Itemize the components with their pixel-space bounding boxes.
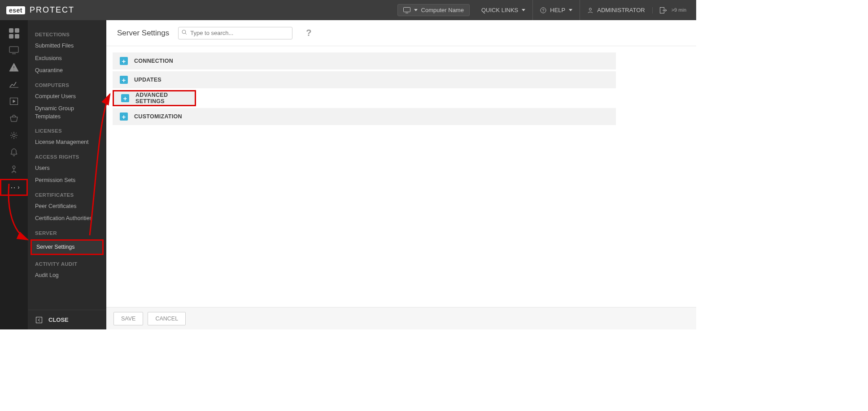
heading-access: ACCESS RIGHTS — [28, 149, 106, 162]
dashboard-icon — [9, 28, 19, 39]
heading-detections: DETECTIONS — [28, 26, 106, 40]
section-label: CONNECTION — [134, 58, 173, 64]
sidebar-item-license-mgmt[interactable]: License Management — [28, 136, 106, 149]
save-button[interactable]: SAVE — [113, 312, 143, 325]
caret-down-icon — [522, 9, 525, 11]
heading-server: SERVER — [28, 225, 106, 238]
context-help-button[interactable]: ? — [306, 28, 311, 38]
sidebar-item-permission-sets[interactable]: Permission Sets — [28, 174, 106, 187]
user-menu[interactable]: ADMINISTRATOR — [580, 0, 652, 20]
heading-certificates: CERTIFICATES — [28, 187, 106, 200]
quick-links-menu[interactable]: QUICK LINKS — [474, 0, 532, 20]
brand-logo: eset — [6, 6, 25, 14]
monitor-icon — [9, 46, 19, 54]
computer-name-label: Computer Name — [421, 7, 464, 13]
logout-icon — [660, 7, 667, 13]
expand-icon: + — [121, 94, 129, 102]
section-label: ADVANCED SETTINGS — [135, 92, 195, 104]
svg-line-20 — [185, 33, 187, 35]
svg-text:?: ? — [542, 8, 545, 13]
user-icon — [587, 7, 593, 13]
expand-icon: + — [120, 112, 128, 121]
rail-notifications[interactable] — [0, 145, 28, 160]
svg-point-4 — [589, 8, 592, 10]
expand-icon: + — [120, 76, 128, 84]
section-customization[interactable]: + CUSTOMIZATION — [113, 108, 616, 125]
rail-tasks[interactable] — [0, 94, 28, 109]
sidebar-item-audit-log[interactable]: Audit Log — [28, 269, 106, 282]
svg-rect-18 — [36, 317, 42, 323]
sidebar-item-server-settings[interactable]: Server Settings — [31, 239, 104, 255]
sidebar-item-submitted-files[interactable]: Submitted Files — [28, 40, 106, 52]
search-input[interactable] — [178, 27, 292, 39]
section-updates[interactable]: + UPDATES — [113, 71, 616, 88]
rail-policies[interactable] — [0, 128, 28, 143]
search-wrap — [178, 27, 292, 39]
heading-activity-audit: ACTIVITY AUDIT — [28, 256, 106, 269]
reports-icon — [9, 81, 18, 88]
close-panel-icon — [36, 317, 42, 323]
computer-name-selector[interactable]: Computer Name — [397, 4, 470, 16]
search-icon — [182, 30, 187, 36]
status-icon — [10, 165, 17, 173]
cancel-button[interactable]: CANCEL — [148, 312, 186, 325]
settings-sections: + CONNECTION + UPDATES + ADVANCED SETTIN… — [106, 46, 622, 133]
page-title: Server Settings — [117, 29, 169, 38]
more-sidebar: DETECTIONS Submitted Files Exclusions Qu… — [28, 20, 106, 329]
svg-rect-6 — [9, 47, 18, 52]
help-icon: ? — [540, 7, 546, 13]
user-label: ADMINISTRATOR — [597, 7, 645, 13]
rail-computers[interactable] — [0, 43, 28, 58]
svg-rect-0 — [403, 7, 410, 12]
gear-icon — [10, 131, 18, 139]
sidebar-item-cert-auth[interactable]: Certification Authorities — [28, 212, 106, 225]
sidebar-item-dyn-templates[interactable]: Dynamic Group Templates — [28, 103, 106, 123]
sidebar-item-peer-certs[interactable]: Peer Certificates — [28, 200, 106, 213]
heading-computers: COMPUTERS — [28, 77, 106, 91]
logout-timer: >9 min — [672, 7, 686, 13]
monitor-icon — [403, 7, 410, 13]
sidebar-item-computer-users[interactable]: Computer Users — [28, 91, 106, 103]
product-name: PROTECT — [30, 5, 74, 15]
rail-dashboard[interactable] — [0, 26, 28, 41]
sidebar-close-button[interactable]: CLOSE — [28, 310, 106, 329]
play-square-icon — [10, 98, 18, 105]
svg-rect-8 — [13, 66, 14, 69]
sidebar-item-exclusions[interactable]: Exclusions — [28, 52, 106, 65]
svg-rect-9 — [13, 69, 14, 70]
rail-status[interactable] — [0, 162, 28, 177]
rail-reports[interactable] — [0, 77, 28, 92]
help-menu[interactable]: ? HELP — [532, 0, 580, 20]
nav-rail: ··· › — [0, 20, 28, 329]
expand-icon: + — [120, 57, 128, 65]
more-icon: ··· › — [8, 183, 20, 192]
sidebar-item-quarantine[interactable]: Quarantine — [28, 65, 106, 77]
content-header: Server Settings ? — [106, 20, 696, 46]
sidebar-item-users[interactable]: Users — [28, 162, 106, 175]
svg-point-13 — [13, 166, 15, 169]
footer-bar: SAVE CANCEL — [106, 307, 696, 329]
rail-more[interactable]: ··· › — [0, 179, 28, 196]
section-label: UPDATES — [134, 77, 161, 83]
quick-links-label: QUICK LINKS — [481, 7, 518, 13]
heading-licenses: LICENSES — [28, 123, 106, 136]
bell-icon — [10, 148, 17, 156]
warning-icon — [9, 63, 19, 72]
svg-point-12 — [13, 134, 15, 137]
help-label: HELP — [550, 7, 565, 13]
rail-installers[interactable] — [0, 111, 28, 126]
caret-down-icon — [569, 9, 572, 11]
package-icon — [9, 115, 18, 122]
rail-threats[interactable] — [0, 60, 28, 75]
section-connection[interactable]: + CONNECTION — [113, 52, 616, 69]
close-label: CLOSE — [48, 316, 69, 323]
logout-button[interactable]: LOGOUT >9 min — [652, 7, 692, 13]
section-label: CUSTOMIZATION — [134, 113, 182, 120]
caret-down-icon — [414, 9, 418, 11]
main-content: Server Settings ? + CONNECTION + UPDATES… — [106, 20, 696, 329]
svg-point-19 — [182, 30, 186, 34]
section-advanced-settings[interactable]: + ADVANCED SETTINGS — [113, 90, 196, 106]
top-bar: eset PROTECT Computer Name QUICK LINKS ?… — [0, 0, 696, 20]
